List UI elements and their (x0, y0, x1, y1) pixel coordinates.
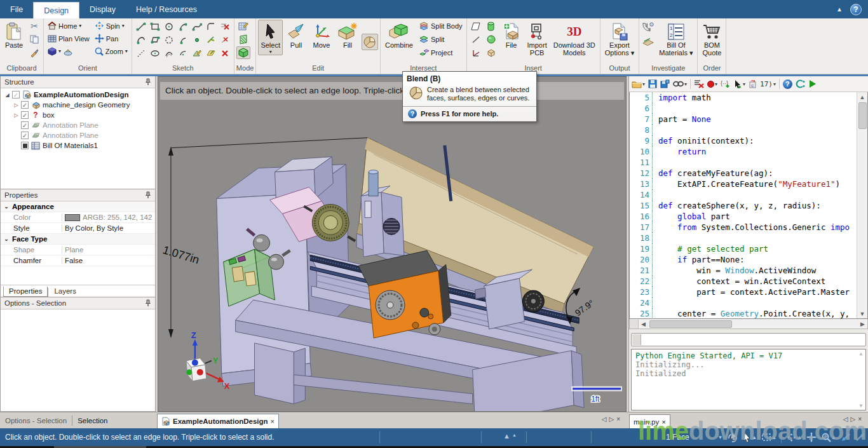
3d-model-lathe[interactable]: 1.077in 97.9° 1ft (158, 77, 626, 412)
properties-section-appearance[interactable]: ⌄Appearance (1, 201, 155, 212)
close-document-icon[interactable]: × (271, 417, 275, 425)
sketch-arc-icon[interactable] (176, 46, 190, 60)
insert-shell-icon[interactable] (484, 46, 498, 59)
box-select-icon[interactable]: ▲ (761, 433, 776, 442)
tab-design[interactable]: Design (33, 2, 79, 18)
copy-icon[interactable] (27, 33, 41, 46)
move-button[interactable]: Move (309, 20, 334, 50)
document-tab-nav[interactable]: ◁▷× (602, 416, 623, 423)
tree-item-bill-of-materials1[interactable]: Bill Of Materials1 (1, 140, 155, 151)
property-row-color[interactable]: ColorARGB: 255, 142, 142 (1, 212, 155, 223)
pin-icon[interactable] (145, 299, 151, 307)
insert-plane-icon[interactable] (469, 20, 483, 32)
tree-checkbox[interactable]: ✓ (21, 111, 29, 119)
solid-mode-icon[interactable] (236, 46, 250, 59)
code-line[interactable]: 23 part = context.ActivePart.Master (630, 287, 857, 297)
console-output[interactable]: Python Engine Started, API = V17Initiali… (631, 349, 866, 411)
document-tab[interactable]: ExampleAutomationDesign × (157, 414, 279, 428)
sketch-circle-icon[interactable] (162, 20, 176, 33)
sketch-tangent-arc-icon[interactable] (176, 20, 190, 33)
tree-item-annotation-plane[interactable]: ✓Annotation Plane (1, 130, 155, 140)
command-row-button[interactable] (632, 334, 641, 345)
run-script-button[interactable] (808, 79, 817, 88)
property-row-style[interactable]: StyleBy Color, By Style (1, 223, 155, 234)
tab-layers[interactable]: Layers (48, 286, 82, 297)
tree-expander[interactable]: ▷ (12, 102, 20, 108)
code-line[interactable]: 18 (630, 233, 857, 243)
code-line[interactable]: 11 (630, 157, 857, 168)
script-file-tab[interactable]: main.py × (629, 414, 670, 428)
code-horizontal-scrollbar[interactable]: ◀ ▶ (629, 319, 868, 329)
zoom-button[interactable]: Zoom▾ (93, 45, 130, 57)
sketch-offset-curve-icon[interactable] (162, 46, 176, 60)
code-vertical-scrollbar[interactable]: ▲ ▼ (857, 92, 867, 318)
record-button[interactable]: ▾ (707, 81, 717, 88)
split-button[interactable]: Split (417, 33, 465, 45)
tab-file[interactable]: File (0, 0, 33, 18)
property-row-shape[interactable]: ShapePlane (1, 245, 155, 255)
insert-axis-icon[interactable] (469, 46, 483, 59)
sketch-trim-icon[interactable] (218, 20, 232, 33)
pin-icon[interactable] (145, 78, 151, 86)
tree-checkbox[interactable]: ✓ (12, 91, 20, 98)
sketch-construction-circle-icon[interactable] (162, 33, 176, 46)
combine-button[interactable]: Combine (383, 20, 416, 50)
scrollbar-thumb[interactable] (649, 320, 732, 328)
tab-selection[interactable]: Selection (72, 415, 112, 426)
tree-checkbox[interactable]: ✓ (21, 121, 29, 129)
sketch-rectangle-icon[interactable] (148, 20, 162, 33)
split-body-button[interactable]: Split Body (417, 20, 465, 32)
sketch-split-icon[interactable] (218, 33, 232, 46)
code-line[interactable]: 25 center = Geometry.Point.Create(x, y, (630, 308, 857, 318)
code-editor[interactable]: 5import math67part = None89def oninit(co… (629, 92, 868, 319)
clear-console-button[interactable] (694, 79, 704, 88)
undo-select-icon[interactable] (727, 431, 738, 443)
fill-button[interactable]: Fill (335, 20, 360, 50)
script-command-row[interactable] (631, 333, 866, 346)
project-button[interactable]: Project (417, 46, 465, 58)
script-command-input[interactable] (642, 335, 865, 345)
link-button[interactable]: ▾ (673, 81, 687, 87)
paste-button[interactable]: Paste (2, 20, 26, 50)
tree-checkbox[interactable] (21, 142, 29, 149)
dimension-label[interactable]: 1.077in (161, 243, 201, 266)
help-icon[interactable]: ? (850, 4, 862, 15)
format-painter-icon[interactable] (27, 46, 41, 59)
tab-options-selection[interactable]: Options - Selection (0, 415, 72, 426)
tree-expander[interactable]: ▷ (12, 112, 20, 118)
code-line[interactable]: 5import math (630, 92, 857, 103)
sketch-three-point-rect-icon[interactable] (148, 33, 162, 46)
insert-parameters-button[interactable]: {··} (721, 79, 731, 88)
code-line[interactable]: 15def createSphere(x, y, z, radius): (630, 200, 857, 211)
code-line[interactable]: 12def createMyFeature(ag): (630, 168, 857, 179)
sketch-plane-icon[interactable] (204, 46, 218, 60)
close-script-tab-icon[interactable]: × (661, 418, 666, 426)
color-swatch[interactable] (65, 214, 80, 221)
sketch-point-icon[interactable] (190, 33, 204, 46)
sketch-ellipse-icon[interactable] (148, 46, 162, 60)
import-pcb-button[interactable]: Import PCB (525, 20, 550, 57)
tree-checkbox[interactable]: ✓ (21, 132, 29, 139)
script-tab-nav[interactable]: ◁▷× (843, 416, 864, 423)
design-viewport[interactable]: 1.077in 97.9° 1ft (158, 76, 627, 412)
pan-icon[interactable] (806, 432, 817, 442)
tree-checkbox[interactable]: ✓ (21, 101, 29, 109)
tree-expander[interactable]: ◢ (3, 92, 11, 98)
tab-display[interactable]: Display (79, 0, 126, 18)
tree-item-exampleautomationdesign[interactable]: ◢✓ExampleAutomationDesign (1, 90, 155, 100)
previous-view-icon[interactable] (841, 433, 851, 442)
home-button[interactable]: Home▾ (46, 20, 92, 32)
calipers-icon[interactable] (641, 21, 655, 34)
code-line[interactable]: 10 return (630, 146, 857, 157)
code-line[interactable]: 6 (630, 103, 857, 114)
deviation-icon[interactable] (641, 36, 655, 49)
sketch-line-icon[interactable] (134, 20, 148, 33)
code-line[interactable]: 16 global part (630, 211, 857, 222)
export-options-button[interactable]: Export Options ▾ (602, 20, 637, 57)
code-line[interactable]: 21 win = Window.ActiveWindow (630, 265, 857, 276)
api-version-dropdown[interactable]: 17) ▾ (760, 80, 776, 88)
api-version-icon[interactable]: c (749, 80, 757, 88)
property-row-chamfer[interactable]: ChamferFalse (1, 255, 155, 266)
sketch-delete-icon[interactable] (218, 46, 232, 60)
insert-cylinder-icon[interactable] (484, 20, 498, 32)
